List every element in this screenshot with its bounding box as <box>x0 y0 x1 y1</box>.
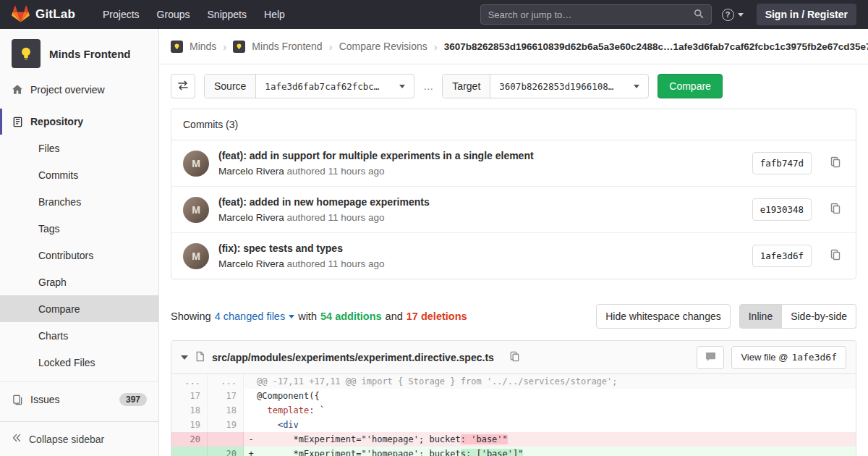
sidebar-item-project-overview[interactable]: Project overview <box>0 77 158 103</box>
toggle-comments-button[interactable] <box>697 346 724 369</box>
hide-whitespace-button[interactable]: Hide whitespace changes <box>596 304 731 329</box>
search-input[interactable] <box>488 9 694 20</box>
project-context-header[interactable]: Minds Frontend <box>0 29 158 77</box>
chevron-down-icon <box>399 85 405 88</box>
gitlab-logo-icon <box>12 5 30 25</box>
new-line-number[interactable]: ... <box>208 374 244 389</box>
diff-file-path[interactable]: src/app/modules/experiments/experiment.d… <box>212 352 494 363</box>
sidebar-item-contributors[interactable]: Contributors <box>0 242 158 269</box>
chevron-down-icon <box>634 85 639 88</box>
compare-button[interactable]: Compare <box>658 74 723 98</box>
new-line-number[interactable]: 17 <box>208 389 244 403</box>
copy-path-button[interactable] <box>506 348 523 367</box>
help-menu[interactable]: ? <box>722 9 744 21</box>
user-avatar[interactable]: M <box>183 243 209 269</box>
old-line-number[interactable]: 20 <box>171 432 208 447</box>
collapse-sidebar-button[interactable]: Collapse sidebar <box>0 421 158 456</box>
old-line-number[interactable]: 17 <box>171 389 208 403</box>
target-input-group: Target 3607b8262853d1966108… <box>442 74 649 98</box>
new-line-number[interactable]: 20 <box>208 447 244 456</box>
new-line-number[interactable]: 19 <box>208 418 244 432</box>
copy-sha-button[interactable] <box>827 200 844 219</box>
chevron-down-icon <box>738 13 744 17</box>
new-line-number[interactable] <box>208 432 244 447</box>
commits-header: Commits (3) <box>171 109 856 140</box>
old-line-number[interactable]: ... <box>171 374 208 389</box>
commit-body: (feat): added in new homepage experiment… <box>218 196 743 223</box>
nav-help[interactable]: Help <box>255 4 294 25</box>
inline-view-button[interactable]: Inline <box>739 304 782 329</box>
side-by-side-view-button[interactable]: Side-by-side <box>782 304 856 329</box>
swap-revisions-button[interactable] <box>171 74 195 98</box>
old-line-number[interactable]: 19 <box>171 418 208 432</box>
sidebar-divider <box>0 381 158 382</box>
commit-sha[interactable]: e1930348 <box>752 198 812 221</box>
user-avatar[interactable]: M <box>183 197 209 223</box>
navbar-links: Projects Groups Snippets Help <box>94 4 294 25</box>
breadcrumb-separator: › <box>223 41 226 53</box>
commit-sha[interactable]: 1afe3d6f <box>752 245 812 267</box>
search-icon <box>694 9 704 21</box>
commit-title[interactable]: (feat): add in support for multiple expe… <box>218 150 743 161</box>
page-content: Source 1afe3d6fab7caf62fcbc… … Target 36… <box>159 64 868 456</box>
brand-name: GitLab <box>35 7 75 22</box>
target-ref-value: 3607b8262853d1966108… <box>499 81 613 92</box>
gitlab-home-link[interactable]: GitLab <box>12 5 75 25</box>
commit-author[interactable]: Marcelo Rivera <box>218 166 284 177</box>
breadcrumb-separator: › <box>434 41 438 53</box>
sidebar: Minds Frontend Project overview Reposito… <box>0 29 159 456</box>
view-file-button[interactable]: View file @ 1afe3d6f <box>731 346 846 369</box>
target-ref-dropdown[interactable]: 3607b8262853d1966108… <box>490 75 648 98</box>
sidebar-item-issues[interactable]: Issues 397 <box>0 387 158 413</box>
repository-subnav: Files Commits Branches Tags Contributors… <box>0 135 158 376</box>
sidebar-item-locked-files[interactable]: Locked Files <box>0 349 158 376</box>
nav-snippets[interactable]: Snippets <box>199 4 255 25</box>
diff-code: @@ -17,11 +17,11 @@ import { Storage } f… <box>244 374 856 389</box>
user-avatar[interactable]: M <box>183 151 209 177</box>
commit-meta: authored 11 hours ago <box>287 166 385 177</box>
commit-body: (feat): add in support for multiple expe… <box>218 150 743 177</box>
sidebar-item-charts[interactable]: Charts <box>0 322 158 349</box>
breadcrumb-project[interactable]: Minds Frontend <box>252 41 322 52</box>
commit-title[interactable]: (fix): spec tests and types <box>218 242 743 254</box>
deletions-count: 17 deletions <box>407 311 467 322</box>
collapse-diff-caret-icon[interactable] <box>181 355 188 360</box>
sidebar-item-commits[interactable]: Commits <box>0 161 158 188</box>
sign-in-button[interactable]: Sign in / Register <box>757 4 856 25</box>
showing-label: Showing <box>171 311 211 322</box>
issues-icon <box>12 394 23 405</box>
diff-mode-toggle: Inline Side-by-side <box>739 304 856 329</box>
diff-summary-row: Showing 4 changed files with 54 addition… <box>171 304 856 329</box>
breadcrumb-page[interactable]: Compare Revisions <box>339 41 427 52</box>
commits-panel: Commits (3) M (feat): add in support for… <box>171 109 856 279</box>
sidebar-item-branches[interactable]: Branches <box>0 188 158 215</box>
old-line-number[interactable] <box>171 447 208 456</box>
sidebar-item-compare[interactable]: Compare <box>0 295 158 322</box>
commit-body: (fix): spec tests and types Marcelo Rive… <box>218 242 743 269</box>
copy-icon <box>509 351 520 364</box>
new-line-number[interactable]: 18 <box>208 403 244 418</box>
changed-files-dropdown[interactable]: 4 changed files <box>215 311 295 322</box>
sidebar-item-files[interactable]: Files <box>0 135 158 161</box>
nav-groups[interactable]: Groups <box>148 4 199 25</box>
comment-icon <box>705 351 716 364</box>
old-line-number[interactable]: 18 <box>171 403 208 418</box>
commit-author[interactable]: Marcelo Rivera <box>218 212 284 223</box>
commit-row: M (fix): spec tests and types Marcelo Ri… <box>171 233 856 279</box>
commit-title[interactable]: (feat): added in new homepage experiment… <box>218 196 743 208</box>
copy-sha-button[interactable] <box>827 246 844 266</box>
copy-sha-button[interactable] <box>827 153 844 173</box>
issues-count-badge: 397 <box>119 393 147 406</box>
sidebar-item-label: Issues <box>30 394 59 405</box>
copy-icon <box>830 249 841 263</box>
breadcrumb-group[interactable]: Minds <box>190 41 216 52</box>
sidebar-item-tags[interactable]: Tags <box>0 215 158 242</box>
commit-sha[interactable]: fafb747d <box>752 152 812 174</box>
source-label: Source <box>205 75 256 98</box>
nav-projects[interactable]: Projects <box>94 4 148 25</box>
main-content: Minds › Minds Frontend › Compare Revisio… <box>159 29 868 456</box>
commit-author[interactable]: Marcelo Rivera <box>218 258 284 269</box>
sidebar-item-repository[interactable]: Repository <box>0 109 158 135</box>
sidebar-item-graph[interactable]: Graph <box>0 269 158 295</box>
source-ref-dropdown[interactable]: 1afe3d6fab7caf62fcbc… <box>256 75 414 98</box>
